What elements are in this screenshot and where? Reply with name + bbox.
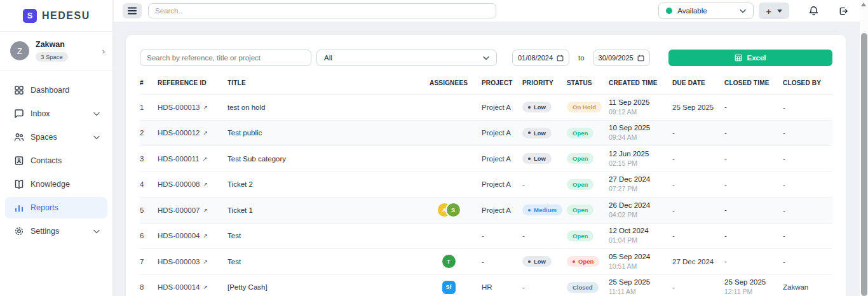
- row-number: 5: [140, 206, 158, 214]
- profile-row[interactable]: Z Zakwan 3 Space ›: [0, 32, 112, 71]
- sidebar-item-spaces[interactable]: Spaces: [5, 126, 107, 148]
- date-from-input[interactable]: 01/08/2024: [512, 50, 569, 66]
- row-number: 1: [140, 104, 158, 111]
- inbox-icon: [14, 109, 24, 119]
- external-link-icon: ↗: [203, 232, 208, 239]
- reference-link[interactable]: HDS-000008 ↗: [158, 180, 227, 188]
- sidebar-item-label: Reports: [31, 203, 58, 212]
- reference-link[interactable]: HDS-000007 ↗: [158, 206, 227, 214]
- scrollbar-up-arrow-icon[interactable]: [861, 3, 866, 6]
- settings-icon: [14, 226, 24, 236]
- assignee-avatars: AS: [430, 203, 468, 217]
- external-link-icon: ↗: [203, 284, 208, 290]
- due-date-cell: -: [672, 232, 724, 239]
- closed-by-cell: -: [783, 155, 832, 163]
- sidebar-item-knowledge[interactable]: Knowledge: [5, 173, 107, 195]
- project-filter-select[interactable]: All: [316, 50, 497, 66]
- scrollbar-thumb[interactable]: [861, 33, 867, 296]
- created-time-cell: 10 Sep 202509:34 AM: [609, 123, 672, 142]
- row-number: 8: [140, 283, 158, 291]
- create-new-button[interactable]: +: [759, 3, 789, 19]
- ticket-title: test on hold: [227, 104, 430, 111]
- closed-time-cell: -: [724, 257, 783, 266]
- notifications-button[interactable]: [808, 6, 819, 17]
- priority-badge: Medium: [522, 205, 562, 215]
- ticket-title: Ticket 1: [227, 206, 430, 214]
- column-header: CREATED TIME: [609, 79, 672, 86]
- assignee-avatar: S: [447, 203, 460, 217]
- sidebar-item-inbox[interactable]: Inbox: [5, 103, 107, 124]
- created-time-cell: 12 Jun 202502:15 PM: [609, 149, 672, 168]
- row-number: 2: [140, 129, 158, 137]
- project-cell: -: [482, 232, 522, 239]
- hamburger-menu-button[interactable]: [123, 3, 142, 18]
- column-header: PROJECT: [482, 79, 522, 86]
- table-row: 3 HDS-000011 ↗ Test Sub category Project…: [140, 145, 832, 172]
- created-time-cell: 12 Oct 202401:04 PM: [609, 226, 672, 245]
- closed-by-cell: -: [783, 232, 832, 239]
- table-row: 1 HDS-000013 ↗ test on hold Project A Lo…: [140, 94, 832, 120]
- external-link-icon: ↗: [203, 181, 208, 187]
- reference-link[interactable]: HDS-000012 ↗: [158, 129, 227, 137]
- ticket-search-input[interactable]: [140, 50, 311, 66]
- sidebar: S HEDESU Z Zakwan 3 Space › Dashboard In…: [0, 0, 113, 296]
- reference-link[interactable]: HDS-000003 ↗: [158, 258, 227, 266]
- project-cell: HR: [482, 283, 522, 291]
- assignee-avatar: Sf: [442, 281, 456, 294]
- reference-link[interactable]: HDS-000011 ↗: [158, 155, 227, 163]
- reference-link[interactable]: HDS-000013 ↗: [158, 104, 227, 111]
- project-cell: -: [482, 258, 522, 266]
- sidebar-item-label: Contacts: [31, 156, 62, 165]
- availability-label: Available: [677, 7, 707, 15]
- priority-cell: -: [522, 283, 567, 291]
- external-link-icon: ↗: [203, 130, 208, 136]
- project-cell: Project A: [482, 129, 522, 137]
- column-header: CLOSED TIME: [724, 79, 783, 86]
- sidebar-item-label: Inbox: [31, 109, 50, 118]
- closed-time-cell: -: [724, 154, 783, 163]
- table-row: 4 HDS-000008 ↗ Ticket 2 Project A - Open…: [140, 172, 832, 198]
- sidebar-item-settings[interactable]: Settings: [5, 220, 107, 242]
- reference-link[interactable]: HDS-000014 ↗: [158, 283, 227, 291]
- date-to-input[interactable]: 30/09/2025: [593, 50, 650, 66]
- hamburger-icon: [128, 7, 137, 15]
- closed-time-cell: -: [724, 205, 783, 215]
- sidebar-item-contacts[interactable]: Contacts: [5, 150, 107, 172]
- chevron-down-icon: [483, 56, 489, 60]
- status-cell: Open: [567, 179, 609, 190]
- table-row: 6 HDS-000004 ↗ Test - - Open 12 Oct 2024…: [140, 223, 832, 249]
- table-row: 7 HDS-000003 ↗ Test T - Low Open 05 Sep …: [140, 248, 832, 274]
- chevron-down-icon: [93, 112, 100, 116]
- status-cell: Open: [567, 256, 609, 267]
- column-header: PRIORITY: [522, 79, 567, 86]
- brand-logo[interactable]: S HEDESU: [0, 0, 112, 32]
- sidebar-item-label: Settings: [31, 227, 59, 236]
- closed-time-cell: 25 Sep 202512:11 PM: [724, 278, 783, 296]
- global-search-input[interactable]: [148, 3, 496, 18]
- plus-icon: +: [766, 6, 771, 16]
- filter-bar: All 01/08/2024 to 30/09/2025 Excel: [140, 50, 832, 66]
- avatar: Z: [10, 41, 29, 60]
- calendar-icon: [557, 55, 564, 62]
- export-excel-button[interactable]: Excel: [668, 50, 832, 66]
- status-cell: Open: [567, 205, 609, 215]
- sidebar-item-dashboard[interactable]: Dashboard: [5, 79, 107, 101]
- status-cell: Closed: [567, 282, 609, 293]
- priority-cell: Low: [522, 256, 567, 267]
- caret-down-icon: [777, 10, 782, 13]
- priority-badge: Low: [522, 102, 552, 112]
- vertical-scrollbar[interactable]: [860, 0, 868, 296]
- date-from-value: 01/08/2024: [518, 54, 553, 62]
- priority-badge: Low: [522, 153, 552, 164]
- priority-badge: Low: [522, 256, 552, 267]
- priority-cell: -: [522, 180, 567, 188]
- table-row: 8 HDS-000014 ↗ [Petty Cash] Sf HR - Clos…: [140, 274, 832, 296]
- reference-link[interactable]: HDS-000004 ↗: [158, 232, 227, 239]
- logout-button[interactable]: [838, 6, 849, 17]
- sidebar-item-reports[interactable]: Reports: [5, 197, 107, 219]
- calendar-icon: [637, 55, 644, 62]
- availability-select[interactable]: Available: [658, 3, 754, 19]
- chevron-right-icon: ›: [102, 46, 105, 56]
- project-cell: Project A: [482, 206, 522, 214]
- priority-cell: Low: [522, 128, 567, 138]
